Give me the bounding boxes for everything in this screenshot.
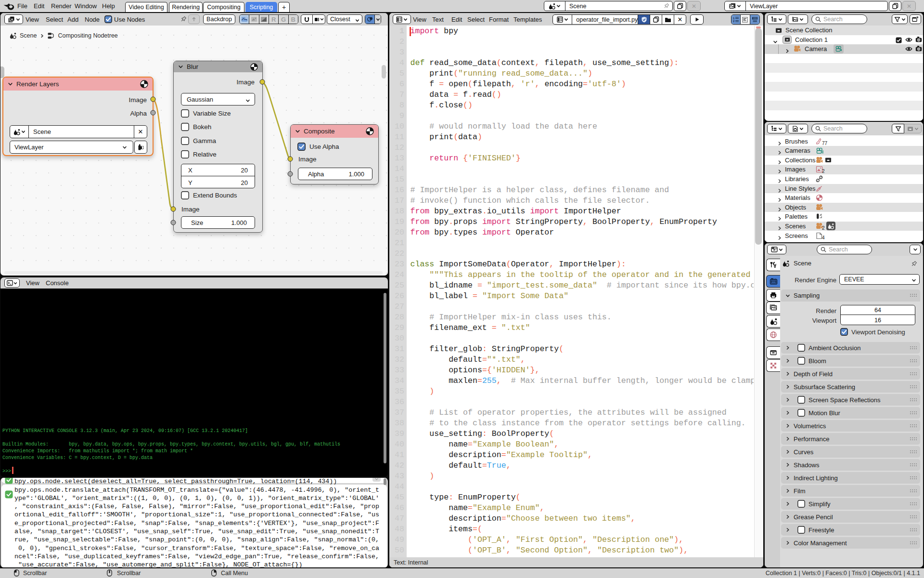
- svg-text:1: 1: [733, 17, 735, 20]
- svg-text:2: 2: [733, 20, 735, 23]
